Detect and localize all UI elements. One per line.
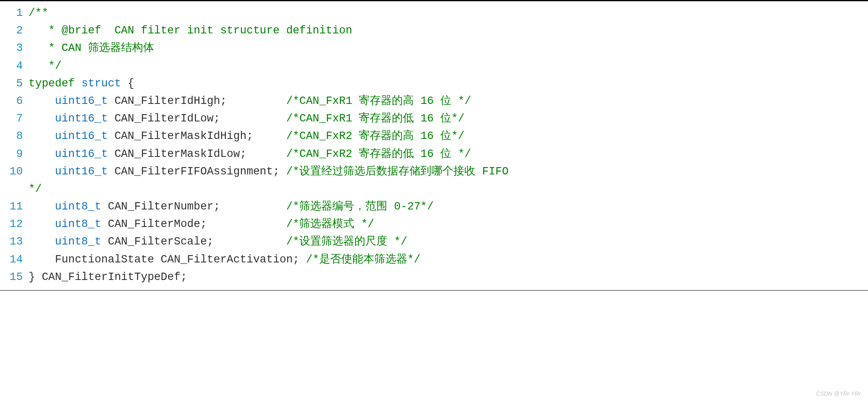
line-number: 12 — [0, 216, 29, 233]
code-token: * CAN 筛选器结构体 — [29, 42, 154, 54]
code-token: CAN_FilterMaskIdHigh — [108, 130, 246, 142]
code-line: 5typedef struct { — [0, 75, 868, 93]
line-number: 8 — [0, 128, 29, 145]
code-token: /*CAN_FxR1 寄存器的低 16 位*/ — [286, 112, 464, 125]
code-token — [280, 165, 286, 178]
code-token: */ — [29, 60, 62, 72]
line-content: uint8_t CAN_FilterScale; /*设置筛选器的尺度 */ — [29, 233, 868, 251]
code-token: uint16_t — [55, 165, 108, 178]
code-token: uint8_t — [55, 236, 101, 248]
code-token — [29, 95, 55, 107]
code-token: CAN_FilterInitTypeDef — [35, 271, 180, 283]
line-content: * CAN 筛选器结构体 — [29, 40, 868, 57]
code-token — [227, 95, 286, 107]
code-token: ; — [240, 148, 247, 160]
code-token: /*CAN_FxR2 寄存器的低 16 位 */ — [286, 148, 471, 160]
code-token: CAN_FilterMode — [101, 218, 200, 230]
code-token: { — [128, 77, 134, 90]
code-token: CAN_FilterIdHigh — [108, 95, 220, 107]
code-token — [253, 130, 286, 142]
line-content: uint16_t CAN_FilterIdLow; /*CAN_FxR1 寄存器… — [29, 110, 868, 128]
code-token — [214, 236, 286, 248]
code-block: 1/**2 * @brief CAN filter init structure… — [0, 0, 868, 291]
line-number: 13 — [0, 233, 29, 251]
code-token: uint16_t — [55, 130, 108, 142]
code-token: FunctionalState CAN_FilterActivation — [29, 253, 293, 266]
code-token — [220, 112, 286, 125]
code-token: /*设置筛选器的尺度 */ — [286, 236, 407, 248]
code-token: /** — [29, 7, 49, 19]
line-content: */ — [29, 181, 868, 198]
code-token: /*CAN_FxR1 寄存器的高 16 位 */ — [286, 95, 471, 107]
code-line: 13 uint8_t CAN_FilterScale; /*设置筛选器的尺度 *… — [0, 233, 868, 251]
code-line: 7 uint16_t CAN_FilterIdLow; /*CAN_FxR1 寄… — [0, 110, 868, 128]
code-token: uint16_t — [55, 112, 108, 125]
code-line: 12 uint8_t CAN_FilterMode; /*筛选器模式 */ — [0, 216, 868, 233]
code-token — [299, 253, 306, 266]
code-line: 6 uint16_t CAN_FilterIdHigh; /*CAN_FxR1 … — [0, 93, 868, 110]
code-token: uint8_t — [55, 218, 101, 230]
code-line: 10 uint16_t CAN_FilterFIFOAssignment; /*… — [0, 163, 868, 181]
code-line: 15} CAN_FilterInitTypeDef; — [0, 269, 868, 286]
code-token — [29, 148, 55, 160]
code-token: ; — [220, 95, 227, 107]
code-token: ; — [200, 218, 207, 230]
code-token: ; — [214, 112, 220, 125]
code-line: 4 */ — [0, 57, 868, 75]
line-number — [0, 181, 29, 198]
line-number: 1 — [0, 4, 29, 22]
line-number: 6 — [0, 93, 29, 110]
code-line: 2 * @brief CAN filter init structure def… — [0, 22, 868, 40]
code-token: /*筛选器模式 */ — [286, 218, 374, 230]
code-token: struct — [82, 77, 121, 90]
code-line: */ — [0, 181, 868, 198]
code-token — [247, 148, 286, 160]
line-content: } CAN_FilterInitTypeDef; — [29, 269, 868, 286]
code-token: ; — [273, 165, 280, 178]
code-token: uint16_t — [55, 95, 108, 107]
line-number: 15 — [0, 269, 29, 286]
line-number: 14 — [0, 251, 29, 269]
code-token: uint16_t — [55, 148, 108, 160]
code-token: */ — [29, 183, 42, 195]
line-content: uint16_t CAN_FilterFIFOAssignment; /*设置经… — [29, 163, 868, 181]
line-number: 2 — [0, 22, 29, 40]
code-token — [75, 77, 81, 90]
code-token — [29, 218, 55, 230]
code-token: CAN_FilterIdLow — [108, 112, 213, 125]
line-content: /** — [29, 4, 868, 22]
code-token: /*筛选器编号，范围 0-27*/ — [286, 200, 434, 213]
line-content: uint8_t CAN_FilterNumber; /*筛选器编号，范围 0-2… — [29, 198, 868, 216]
code-line: 8 uint16_t CAN_FilterMaskIdHigh; /*CAN_F… — [0, 128, 868, 145]
code-line: 9 uint16_t CAN_FilterMaskIdLow; /*CAN_Fx… — [0, 145, 868, 163]
code-line: 1/** — [0, 4, 868, 22]
code-token: /*设置经过筛选后数据存储到哪个接收 FIFO — [286, 165, 508, 178]
code-token — [29, 200, 55, 213]
code-token: CAN_FilterFIFOAssignment — [108, 165, 273, 178]
code-token: } — [29, 271, 35, 283]
code-line: 11 uint8_t CAN_FilterNumber; /*筛选器编号，范围 … — [0, 198, 868, 216]
code-line: 14 FunctionalState CAN_FilterActivation;… — [0, 251, 868, 269]
code-token: CAN_FilterScale — [101, 236, 207, 248]
line-content: */ — [29, 57, 868, 75]
line-content: uint8_t CAN_FilterMode; /*筛选器模式 */ — [29, 216, 868, 233]
line-content: uint16_t CAN_FilterMaskIdHigh; /*CAN_FxR… — [29, 128, 868, 145]
code-token: * @brief CAN filter init structure defin… — [29, 24, 352, 37]
code-token: ; — [207, 236, 213, 248]
code-token — [29, 112, 55, 125]
code-token: /*CAN_FxR2 寄存器的高 16 位*/ — [286, 130, 464, 142]
line-number: 11 — [0, 198, 29, 216]
line-number: 5 — [0, 75, 29, 93]
code-token: CAN_FilterNumber — [101, 200, 213, 213]
code-token — [29, 130, 55, 142]
line-content: typedef struct { — [29, 75, 868, 93]
code-line: 3 * CAN 筛选器结构体 — [0, 40, 868, 57]
code-token — [121, 77, 128, 90]
code-token — [220, 200, 286, 213]
line-number: 4 — [0, 57, 29, 75]
line-number: 9 — [0, 145, 29, 163]
code-token — [29, 236, 55, 248]
code-token: CAN_FilterMaskIdLow — [108, 148, 240, 160]
code-token: ; — [214, 200, 220, 213]
line-number: 3 — [0, 40, 29, 57]
